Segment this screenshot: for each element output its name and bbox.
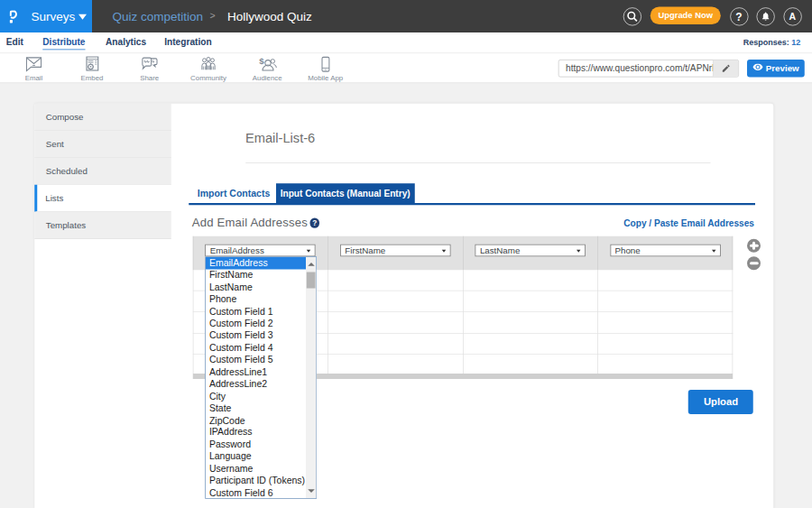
svg-text:$: $ [259, 56, 264, 66]
